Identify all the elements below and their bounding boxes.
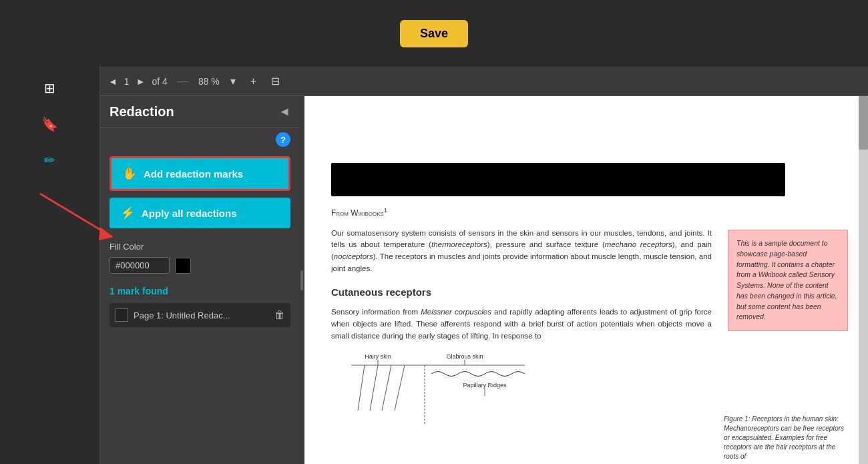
page-total: of 4 — [152, 76, 168, 87]
sidebar-icon-grid[interactable]: ⊞ — [38, 76, 62, 100]
figure-diagram: Hairy skin Glabrous skin Papillary Ridge… — [331, 351, 545, 431]
fill-color-row — [110, 257, 290, 274]
sidebar-note: This is a sample document to showcase pa… — [728, 230, 848, 331]
nav-prev-button[interactable]: ◄ — [108, 76, 118, 87]
panel-body: ✋ Add redaction marks ⚡ Apply all redact… — [100, 151, 300, 234]
panel-title: Redaction — [110, 104, 174, 120]
fill-color-section: Fill Color — [100, 236, 300, 279]
redaction-item: Page 1: Untitled Redac... 🗑 — [110, 303, 290, 327]
apply-all-button[interactable]: ⚡ Apply all redactions — [110, 198, 290, 228]
document-page: From Wikibooks1 Our somatosensory system… — [304, 96, 859, 464]
resizer-handle — [300, 270, 303, 290]
scrollbar[interactable] — [859, 96, 868, 464]
doc-section-title: Cutaneous receptors — [331, 284, 712, 300]
svg-line-11 — [395, 365, 405, 411]
add-redaction-button[interactable]: ✋ Add redaction marks — [110, 156, 290, 191]
nav-next-button[interactable]: ► — [136, 76, 146, 87]
add-redaction-label: Add redaction marks — [144, 168, 243, 180]
from-sup: 1 — [384, 207, 387, 214]
help-button[interactable]: ? — [276, 132, 290, 147]
top-bar: Save — [0, 0, 868, 67]
document-area: From Wikibooks1 Our somatosensory system… — [304, 96, 868, 464]
redaction-delete-button[interactable]: 🗑 — [274, 309, 285, 321]
svg-line-10 — [382, 365, 391, 411]
color-swatch[interactable] — [175, 258, 191, 274]
sidebar-icon-edit[interactable]: ✏ — [38, 148, 62, 172]
doc-from: From Wikibooks1 — [331, 206, 712, 220]
panel-header: Redaction ◄ — [100, 96, 300, 128]
save-button[interactable]: Save — [400, 20, 468, 47]
zoom-dropdown-button[interactable]: ▾ — [226, 72, 240, 90]
sidebar-icon-bookmark[interactable]: 🔖 — [38, 112, 62, 136]
left-sidebar: ⊞ 🔖 ✏ — [0, 67, 100, 464]
fill-color-input[interactable] — [110, 257, 170, 274]
doc-intro: Our somatosensory system consists of sen… — [331, 228, 712, 275]
svg-text:Glabrous skin: Glabrous skin — [446, 353, 483, 360]
toolbar: ◄ 1 ► of 4 — 88 % ▾ + ⊟ — [100, 67, 868, 96]
fill-color-label: Fill Color — [110, 242, 290, 252]
svg-text:Hairy skin: Hairy skin — [365, 353, 391, 360]
bolt-icon: ⚡ — [120, 206, 135, 220]
document-content: From Wikibooks1 Our somatosensory system… — [331, 206, 712, 342]
svg-line-9 — [370, 365, 378, 411]
from-label: From Wikibooks — [331, 208, 384, 218]
panel-close-button[interactable]: ◄ — [278, 105, 290, 119]
scrollbar-thumb[interactable] — [859, 96, 868, 150]
sep1: — — [177, 74, 189, 88]
svg-line-8 — [358, 365, 365, 411]
doc-section-text: Sensory information from Meissner corpus… — [331, 306, 712, 342]
mark-found-label: 1 mark found — [100, 279, 300, 303]
panel: Redaction ◄ ? ✋ Add redaction marks ⚡ Ap… — [100, 96, 300, 464]
svg-text:Papillary Ridges: Papillary Ridges — [463, 382, 507, 389]
panel-resizer[interactable] — [299, 96, 304, 464]
panel-help-row: ? — [100, 128, 300, 151]
redaction-item-text: Page 1: Untitled Redac... — [134, 310, 269, 320]
zoom-level: 88 % — [198, 76, 220, 87]
redaction-item-swatch — [115, 308, 128, 322]
figure-caption: Figure 1: Receptors in the human skin: M… — [721, 412, 848, 464]
zoom-plus-button[interactable]: + — [246, 73, 260, 90]
hand-icon: ✋ — [122, 166, 137, 181]
redacted-bar — [331, 163, 785, 196]
page-number: 1 — [124, 76, 130, 87]
fit-button[interactable]: ⊟ — [267, 72, 284, 90]
apply-label: Apply all redactions — [142, 208, 237, 219]
